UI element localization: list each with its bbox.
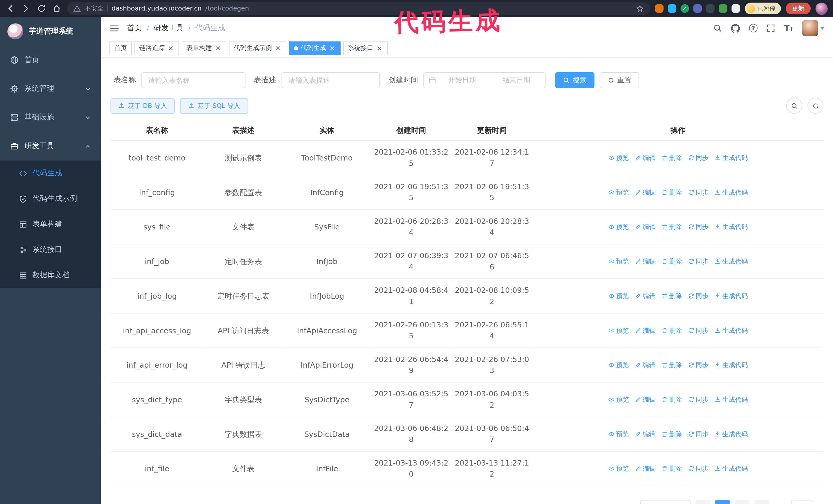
app-logo[interactable]: 芋道管理系统 [0,17,101,46]
delete-link[interactable]: 删除 [661,188,682,197]
extension-icon-7[interactable] [731,4,740,13]
tab-codegen[interactable]: 代码生成 × [289,41,340,55]
search-button[interactable]: 搜索 [555,72,594,88]
tab-system-api[interactable]: 系统接口 × [343,41,387,55]
generate-code-link[interactable]: 生成代码 [714,464,748,473]
tab-codegen-demo[interactable]: 代码生成示例 × [229,41,286,55]
sidebar-toggle-icon[interactable] [110,24,119,32]
sidebar-item-infra[interactable]: 基础设施 [0,103,101,132]
table-desc-input[interactable] [282,72,380,88]
generate-code-link[interactable]: 生成代码 [714,429,748,439]
sidebar-subitem-system-api[interactable]: 系统接口 [0,237,101,262]
generate-code-link[interactable]: 生成代码 [714,222,748,232]
edit-link[interactable]: 编辑 [635,464,656,473]
reload-button[interactable] [36,3,47,14]
delete-link[interactable]: 删除 [661,395,682,404]
prev-page-button[interactable]: ‹ [695,500,710,504]
goto-page-input[interactable] [791,500,813,504]
breadcrumb-devtools[interactable]: 研发工具 [154,23,184,33]
preview-link[interactable]: 预览 [608,291,629,301]
import-db-button[interactable]: 基于 DB 导入 [111,98,175,113]
edit-link[interactable]: 编辑 [635,222,656,232]
edit-link[interactable]: 编辑 [635,395,656,404]
preview-link[interactable]: 预览 [608,188,629,197]
delete-link[interactable]: 删除 [661,360,682,370]
sync-link[interactable]: 同步 [688,395,709,404]
close-icon[interactable]: × [215,45,221,51]
address-bar[interactable]: 不安全 dashboard.yudao.iocoder.cn/tool/code… [67,2,650,15]
extension-icon-2[interactable] [667,4,676,13]
browser-profile-avatar[interactable] [815,2,828,15]
sidebar-subitem-codegen[interactable]: 代码生成 [0,161,101,186]
create-time-range-picker[interactable]: 开始日期 - 结束日期 [423,72,546,88]
sidebar-subitem-db-doc[interactable]: 数据库文档 [0,263,101,288]
sidebar-subitem-form-builder[interactable]: 表单构建 [0,212,101,237]
toggle-search-button[interactable] [786,98,802,114]
home-button[interactable] [51,3,62,14]
sync-link[interactable]: 同步 [688,222,709,232]
page-button-2[interactable]: 2 [735,500,750,504]
bookmark-star-icon[interactable] [636,5,644,13]
sync-link[interactable]: 同步 [688,291,709,301]
delete-link[interactable]: 删除 [661,222,682,232]
edit-link[interactable]: 编辑 [635,188,656,197]
generate-code-link[interactable]: 生成代码 [714,257,748,266]
sync-link[interactable]: 同步 [688,429,709,439]
delete-link[interactable]: 删除 [661,291,682,301]
sync-link[interactable]: 同步 [688,464,709,473]
edit-link[interactable]: 编辑 [635,153,656,163]
generate-code-link[interactable]: 生成代码 [714,326,748,335]
preview-link[interactable]: 预览 [608,395,629,404]
close-icon[interactable]: × [275,45,281,51]
tab-tracing[interactable]: 链路追踪 × [134,41,179,55]
preview-link[interactable]: 预览 [608,257,629,266]
delete-link[interactable]: 删除 [661,326,682,335]
forward-button[interactable] [21,3,31,14]
tab-form-builder[interactable]: 表单构建 × [182,41,226,55]
extension-icon-5[interactable] [706,4,714,13]
extension-icon-1[interactable] [655,4,663,13]
preview-link[interactable]: 预览 [608,360,629,370]
paused-badge[interactable]: 已暂停 [744,3,781,14]
sidebar-subitem-codegen-demo[interactable]: 代码生成示例 [0,186,101,211]
preview-link[interactable]: 预览 [608,222,629,232]
tab-home[interactable]: 首页 [110,41,132,55]
generate-code-link[interactable]: 生成代码 [714,153,748,163]
generate-code-link[interactable]: 生成代码 [714,188,748,197]
help-icon[interactable]: ? [749,24,757,32]
page-size-select[interactable]: 10条/页 [640,500,691,504]
reset-button[interactable]: 重置 [600,72,639,88]
extension-icon-4[interactable] [693,4,701,13]
close-icon[interactable]: × [376,45,383,51]
extension-icon-3[interactable]: ✓ [680,4,689,13]
sidebar-item-system[interactable]: 系统管理 [0,74,101,103]
sync-link[interactable]: 同步 [688,188,709,197]
refresh-table-button[interactable] [808,98,824,114]
breadcrumb-home[interactable]: 首页 [127,23,142,33]
header-search-icon[interactable] [714,24,722,32]
font-size-icon[interactable]: TT [784,24,793,32]
preview-link[interactable]: 预览 [608,464,629,473]
sync-link[interactable]: 同步 [688,257,709,266]
generate-code-link[interactable]: 生成代码 [714,360,748,370]
close-icon[interactable]: × [329,45,335,51]
import-sql-button[interactable]: 基于 SQL 导入 [180,98,248,113]
back-button[interactable] [5,3,16,14]
sync-link[interactable]: 同步 [688,360,709,370]
delete-link[interactable]: 删除 [661,429,682,439]
generate-code-link[interactable]: 生成代码 [714,291,748,301]
preview-link[interactable]: 预览 [608,326,629,335]
generate-code-link[interactable]: 生成代码 [714,395,748,404]
preview-link[interactable]: 预览 [608,153,629,163]
sync-link[interactable]: 同步 [688,326,709,335]
page-button-1[interactable]: 1 [715,500,730,504]
delete-link[interactable]: 删除 [661,464,682,473]
delete-link[interactable]: 删除 [661,257,682,266]
edit-link[interactable]: 编辑 [635,360,656,370]
edit-link[interactable]: 编辑 [635,257,656,266]
edit-link[interactable]: 编辑 [635,326,656,335]
sync-link[interactable]: 同步 [688,153,709,163]
fullscreen-icon[interactable] [767,24,775,32]
sidebar-item-devtools[interactable]: 研发工具 [0,132,101,161]
preview-link[interactable]: 预览 [608,429,629,439]
